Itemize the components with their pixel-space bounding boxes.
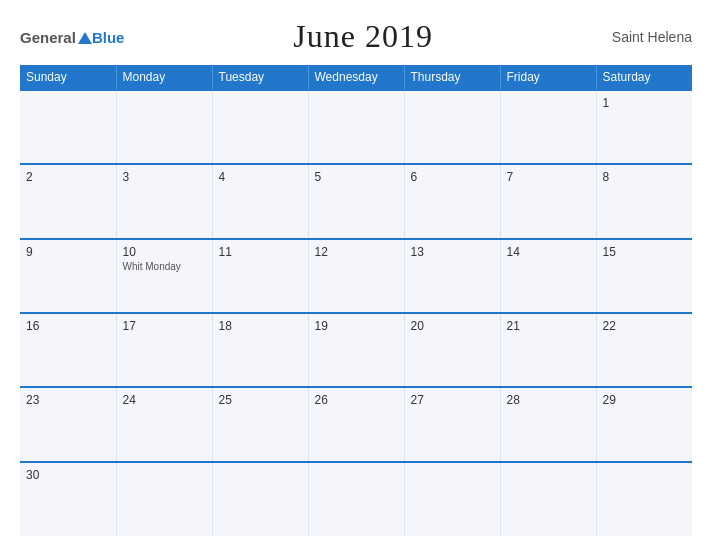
header-friday: Friday (500, 65, 596, 90)
calendar-day-cell: 6 (404, 164, 500, 238)
calendar-week-row: 2345678 (20, 164, 692, 238)
logo-general-text: General (20, 29, 76, 46)
calendar-day-cell: 22 (596, 313, 692, 387)
day-number: 19 (315, 319, 398, 333)
day-number: 8 (603, 170, 687, 184)
calendar-day-cell: 28 (500, 387, 596, 461)
calendar-page: General Blue June 2019 Saint Helena Sund… (0, 0, 712, 550)
day-number: 2 (26, 170, 110, 184)
day-number: 28 (507, 393, 590, 407)
calendar-week-row: 910Whit Monday1112131415 (20, 239, 692, 313)
calendar-header: General Blue June 2019 Saint Helena (20, 18, 692, 55)
month-title: June 2019 (293, 18, 433, 55)
calendar-day-cell: 1 (596, 90, 692, 164)
calendar-day-cell (500, 90, 596, 164)
weekday-header-row: Sunday Monday Tuesday Wednesday Thursday… (20, 65, 692, 90)
calendar-day-cell: 9 (20, 239, 116, 313)
calendar-day-cell (500, 462, 596, 536)
logo: General Blue (20, 28, 124, 46)
header-tuesday: Tuesday (212, 65, 308, 90)
logo-blue-text: Blue (92, 29, 125, 46)
calendar-day-cell (116, 90, 212, 164)
calendar-day-cell: 26 (308, 387, 404, 461)
calendar-day-cell: 20 (404, 313, 500, 387)
calendar-day-cell (404, 462, 500, 536)
calendar-week-row: 16171819202122 (20, 313, 692, 387)
calendar-day-cell (212, 462, 308, 536)
calendar-day-cell: 7 (500, 164, 596, 238)
calendar-day-cell (404, 90, 500, 164)
day-number: 6 (411, 170, 494, 184)
calendar-day-cell: 2 (20, 164, 116, 238)
day-number: 5 (315, 170, 398, 184)
calendar-day-cell: 18 (212, 313, 308, 387)
day-number: 18 (219, 319, 302, 333)
day-number: 4 (219, 170, 302, 184)
calendar-day-cell: 13 (404, 239, 500, 313)
calendar-day-cell (20, 90, 116, 164)
calendar-day-cell: 29 (596, 387, 692, 461)
header-thursday: Thursday (404, 65, 500, 90)
day-number: 25 (219, 393, 302, 407)
header-saturday: Saturday (596, 65, 692, 90)
calendar-day-cell (308, 90, 404, 164)
day-number: 14 (507, 245, 590, 259)
calendar-table: Sunday Monday Tuesday Wednesday Thursday… (20, 65, 692, 536)
calendar-day-cell: 15 (596, 239, 692, 313)
day-number: 12 (315, 245, 398, 259)
calendar-day-cell: 4 (212, 164, 308, 238)
calendar-day-cell (212, 90, 308, 164)
calendar-day-cell: 23 (20, 387, 116, 461)
calendar-day-cell: 19 (308, 313, 404, 387)
header-wednesday: Wednesday (308, 65, 404, 90)
calendar-day-cell: 3 (116, 164, 212, 238)
day-number: 24 (123, 393, 206, 407)
day-number: 30 (26, 468, 110, 482)
calendar-day-cell (116, 462, 212, 536)
header-monday: Monday (116, 65, 212, 90)
calendar-day-cell (596, 462, 692, 536)
calendar-day-cell: 8 (596, 164, 692, 238)
day-number: 26 (315, 393, 398, 407)
calendar-week-row: 23242526272829 (20, 387, 692, 461)
calendar-day-cell: 24 (116, 387, 212, 461)
calendar-day-cell: 25 (212, 387, 308, 461)
logo-triangle-icon (78, 32, 92, 44)
day-number: 7 (507, 170, 590, 184)
calendar-day-cell: 30 (20, 462, 116, 536)
day-number: 3 (123, 170, 206, 184)
day-number: 21 (507, 319, 590, 333)
calendar-day-cell: 17 (116, 313, 212, 387)
location-label: Saint Helena (602, 29, 692, 45)
calendar-day-cell: 10Whit Monday (116, 239, 212, 313)
day-number: 16 (26, 319, 110, 333)
day-number: 15 (603, 245, 687, 259)
calendar-day-cell (308, 462, 404, 536)
calendar-day-cell: 12 (308, 239, 404, 313)
calendar-body: 12345678910Whit Monday111213141516171819… (20, 90, 692, 536)
calendar-day-cell: 5 (308, 164, 404, 238)
holiday-label: Whit Monday (123, 261, 206, 272)
day-number: 17 (123, 319, 206, 333)
calendar-day-cell: 14 (500, 239, 596, 313)
day-number: 29 (603, 393, 687, 407)
day-number: 13 (411, 245, 494, 259)
day-number: 9 (26, 245, 110, 259)
day-number: 1 (603, 96, 687, 110)
header-sunday: Sunday (20, 65, 116, 90)
day-number: 22 (603, 319, 687, 333)
calendar-week-row: 1 (20, 90, 692, 164)
calendar-week-row: 30 (20, 462, 692, 536)
day-number: 10 (123, 245, 206, 259)
day-number: 27 (411, 393, 494, 407)
calendar-day-cell: 27 (404, 387, 500, 461)
calendar-day-cell: 21 (500, 313, 596, 387)
day-number: 11 (219, 245, 302, 259)
day-number: 23 (26, 393, 110, 407)
calendar-day-cell: 11 (212, 239, 308, 313)
day-number: 20 (411, 319, 494, 333)
calendar-day-cell: 16 (20, 313, 116, 387)
